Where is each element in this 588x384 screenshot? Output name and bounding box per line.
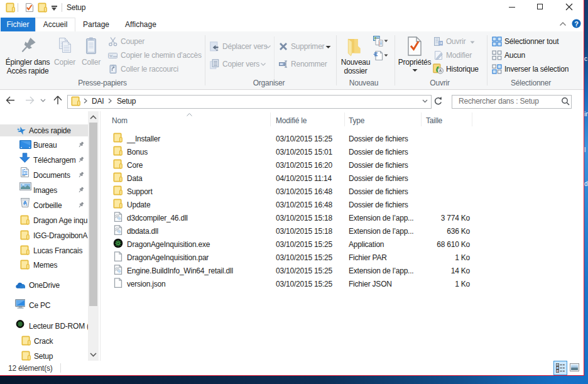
svg-text:?: ?	[574, 20, 579, 28]
